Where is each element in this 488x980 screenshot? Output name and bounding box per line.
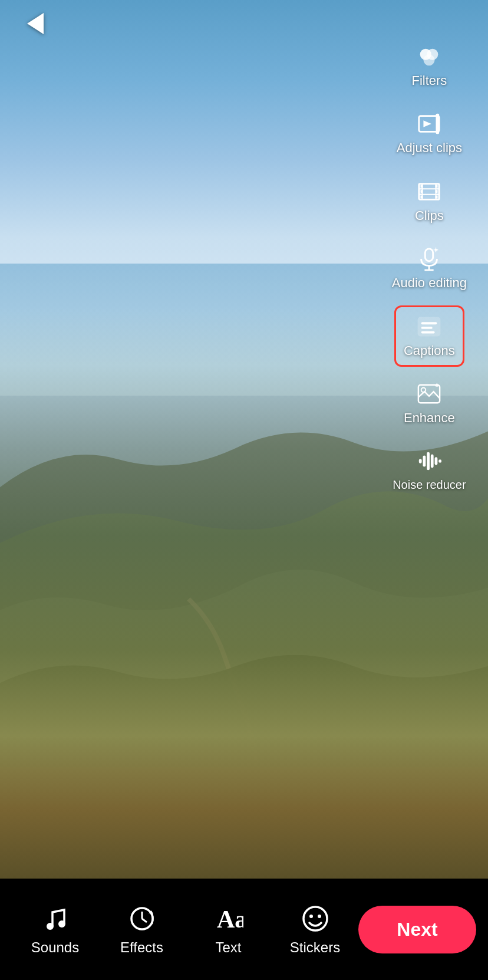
svg-rect-32: [421, 331, 435, 333]
noise-reducer-svg: [417, 449, 441, 473]
audio-editing-svg: [417, 246, 441, 271]
sidebar-item-captions[interactable]: Captions: [394, 305, 464, 367]
stickers-label: Stickers: [290, 939, 340, 956]
next-button[interactable]: Next: [358, 906, 476, 953]
audio-editing-label: Audio editing: [392, 275, 467, 291]
svg-point-34: [421, 387, 426, 392]
svg-line-52: [142, 919, 147, 922]
right-sidebar: Filters Adjust clips: [383, 35, 476, 500]
filters-icon: [416, 44, 442, 70]
enhance-label: Enhance: [404, 410, 455, 426]
stickers-icon: [299, 903, 331, 935]
back-arrow-icon: [27, 13, 44, 34]
svg-rect-43: [423, 456, 426, 467]
noise-reducer-icon: [416, 448, 442, 474]
bottom-toolbar: Sounds Effects Aa Text: [0, 879, 488, 980]
stickers-svg: [301, 904, 330, 933]
enhance-svg: [417, 382, 441, 406]
svg-point-57: [318, 915, 321, 918]
svg-marker-7: [424, 121, 431, 127]
sounds-icon: [39, 903, 71, 935]
filters-label: Filters: [411, 73, 447, 88]
sounds-label: Sounds: [31, 939, 79, 956]
sidebar-item-clips[interactable]: Clips: [397, 170, 461, 232]
effects-label: Effects: [120, 939, 163, 956]
svg-point-49: [58, 920, 65, 928]
clips-label: Clips: [415, 208, 444, 223]
sidebar-item-adjust-clips[interactable]: Adjust clips: [387, 103, 471, 164]
toolbar-item-stickers[interactable]: Stickers: [272, 897, 358, 962]
filters-svg: [417, 44, 441, 69]
clips-icon: [416, 179, 442, 205]
svg-rect-30: [421, 322, 437, 324]
enhance-icon: [416, 381, 442, 407]
svg-point-4: [424, 54, 435, 65]
svg-rect-1: [0, 767, 488, 879]
svg-point-56: [309, 915, 313, 918]
adjust-clips-icon: [416, 111, 442, 137]
text-icon: Aa: [213, 903, 245, 935]
sidebar-item-enhance[interactable]: Enhance: [394, 373, 464, 434]
sidebar-item-noise-reducer[interactable]: Noise reducer: [383, 440, 476, 500]
toolbar-item-sounds[interactable]: Sounds: [12, 897, 98, 962]
sidebar-item-audio-editing[interactable]: Audio editing: [383, 238, 476, 299]
adjust-clips-svg: [417, 111, 441, 136]
svg-rect-45: [431, 455, 434, 468]
sidebar-item-filters[interactable]: Filters: [397, 35, 461, 97]
back-button[interactable]: [18, 6, 53, 41]
text-svg: Aa: [214, 904, 243, 933]
toolbar-item-effects[interactable]: Effects: [98, 897, 185, 962]
noise-reducer-label: Noise reducer: [393, 478, 466, 492]
clips-svg: [417, 179, 441, 204]
svg-rect-21: [426, 249, 433, 261]
captions-icon: [416, 314, 442, 340]
svg-rect-47: [439, 459, 442, 463]
svg-point-48: [47, 923, 54, 930]
svg-rect-44: [427, 452, 430, 471]
svg-point-55: [304, 907, 327, 930]
effects-icon: [126, 903, 158, 935]
svg-point-24: [435, 249, 437, 251]
toolbar-item-text[interactable]: Aa Text: [185, 897, 272, 962]
audio-editing-icon: [416, 246, 442, 272]
svg-rect-42: [419, 459, 422, 464]
svg-rect-6: [436, 114, 440, 134]
effects-svg: [127, 904, 157, 933]
svg-rect-31: [421, 327, 433, 329]
music-note-svg: [41, 904, 70, 933]
svg-text:Aa: Aa: [217, 906, 243, 933]
captions-svg: [417, 314, 441, 339]
captions-label: Captions: [404, 343, 455, 359]
adjust-clips-label: Adjust clips: [397, 140, 462, 156]
svg-rect-46: [435, 458, 438, 465]
text-label: Text: [215, 939, 241, 956]
